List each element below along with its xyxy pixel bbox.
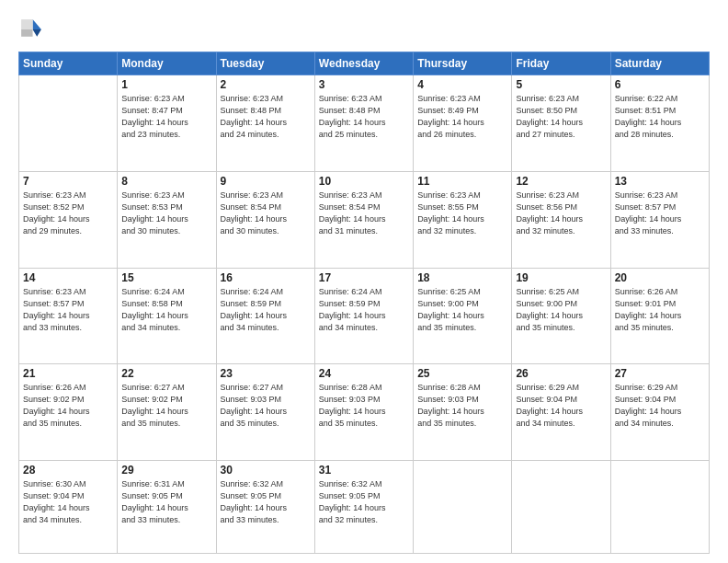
svg-marker-1	[33, 29, 41, 37]
day-info: Sunrise: 6:22 AM Sunset: 8:51 PM Dayligh…	[615, 93, 705, 141]
week-row-1: 1Sunrise: 6:23 AM Sunset: 8:47 PM Daylig…	[19, 75, 710, 172]
day-cell	[610, 461, 709, 554]
day-info: Sunrise: 6:23 AM Sunset: 8:47 PM Dayligh…	[121, 93, 211, 141]
day-cell	[414, 461, 512, 554]
day-cell: 28Sunrise: 6:30 AM Sunset: 9:04 PM Dayli…	[19, 461, 118, 554]
day-info: Sunrise: 6:23 AM Sunset: 8:48 PM Dayligh…	[319, 93, 409, 141]
day-cell: 19Sunrise: 6:25 AM Sunset: 9:00 PM Dayli…	[512, 268, 610, 364]
day-cell	[19, 75, 118, 172]
day-number: 6	[615, 78, 705, 91]
day-cell: 14Sunrise: 6:23 AM Sunset: 8:57 PM Dayli…	[19, 268, 118, 364]
day-number: 14	[23, 271, 113, 284]
day-info: Sunrise: 6:23 AM Sunset: 8:57 PM Dayligh…	[23, 286, 113, 334]
day-number: 26	[516, 367, 606, 380]
day-cell: 26Sunrise: 6:29 AM Sunset: 9:04 PM Dayli…	[512, 364, 610, 461]
day-number: 12	[516, 175, 606, 188]
day-cell: 22Sunrise: 6:27 AM Sunset: 9:02 PM Dayli…	[118, 364, 216, 461]
day-cell: 16Sunrise: 6:24 AM Sunset: 8:59 PM Dayli…	[216, 268, 314, 364]
day-info: Sunrise: 6:32 AM Sunset: 9:05 PM Dayligh…	[221, 478, 311, 526]
day-info: Sunrise: 6:28 AM Sunset: 9:03 PM Dayligh…	[417, 382, 507, 430]
day-cell: 21Sunrise: 6:26 AM Sunset: 9:02 PM Dayli…	[19, 364, 118, 461]
svg-rect-2	[21, 19, 32, 29]
day-number: 30	[221, 464, 311, 477]
day-cell: 17Sunrise: 6:24 AM Sunset: 8:59 PM Dayli…	[314, 268, 413, 364]
day-cell: 2Sunrise: 6:23 AM Sunset: 8:48 PM Daylig…	[216, 75, 314, 172]
day-cell: 24Sunrise: 6:28 AM Sunset: 9:03 PM Dayli…	[314, 364, 413, 461]
weekday-header-row: SundayMondayTuesdayWednesdayThursdayFrid…	[19, 52, 710, 75]
day-cell: 11Sunrise: 6:23 AM Sunset: 8:55 PM Dayli…	[414, 171, 512, 268]
week-row-3: 14Sunrise: 6:23 AM Sunset: 8:57 PM Dayli…	[19, 268, 710, 364]
day-number: 29	[121, 464, 211, 477]
day-info: Sunrise: 6:23 AM Sunset: 8:54 PM Dayligh…	[221, 190, 311, 237]
day-cell: 15Sunrise: 6:24 AM Sunset: 8:58 PM Dayli…	[118, 268, 216, 364]
day-cell: 20Sunrise: 6:26 AM Sunset: 9:01 PM Dayli…	[610, 268, 709, 364]
day-info: Sunrise: 6:23 AM Sunset: 8:50 PM Dayligh…	[516, 93, 606, 141]
day-number: 10	[319, 175, 409, 188]
day-info: Sunrise: 6:24 AM Sunset: 8:58 PM Dayligh…	[121, 286, 211, 334]
day-info: Sunrise: 6:27 AM Sunset: 9:03 PM Dayligh…	[221, 382, 311, 430]
day-number: 11	[417, 175, 507, 188]
svg-rect-3	[21, 29, 32, 37]
day-info: Sunrise: 6:23 AM Sunset: 8:53 PM Dayligh…	[121, 190, 211, 237]
day-info: Sunrise: 6:29 AM Sunset: 9:04 PM Dayligh…	[615, 382, 705, 430]
weekday-header-sunday: Sunday	[19, 52, 118, 75]
day-number: 21	[23, 367, 113, 380]
day-number: 24	[319, 367, 409, 380]
day-cell: 13Sunrise: 6:23 AM Sunset: 8:57 PM Dayli…	[610, 171, 709, 268]
day-info: Sunrise: 6:23 AM Sunset: 8:49 PM Dayligh…	[417, 93, 507, 141]
day-info: Sunrise: 6:23 AM Sunset: 8:57 PM Dayligh…	[615, 190, 705, 237]
day-info: Sunrise: 6:31 AM Sunset: 9:05 PM Dayligh…	[121, 478, 211, 526]
calendar-table: SundayMondayTuesdayWednesdayThursdayFrid…	[18, 52, 710, 554]
day-number: 20	[615, 271, 705, 284]
day-cell: 23Sunrise: 6:27 AM Sunset: 9:03 PM Dayli…	[216, 364, 314, 461]
week-row-2: 7Sunrise: 6:23 AM Sunset: 8:52 PM Daylig…	[19, 171, 710, 268]
logo	[18, 17, 48, 42]
day-number: 18	[417, 271, 507, 284]
weekday-header-monday: Monday	[118, 52, 216, 75]
day-number: 2	[221, 78, 311, 91]
day-cell	[512, 461, 610, 554]
day-number: 15	[121, 271, 211, 284]
day-info: Sunrise: 6:23 AM Sunset: 8:54 PM Dayligh…	[319, 190, 409, 237]
day-info: Sunrise: 6:23 AM Sunset: 8:55 PM Dayligh…	[417, 190, 507, 237]
day-cell: 31Sunrise: 6:32 AM Sunset: 9:05 PM Dayli…	[314, 461, 413, 554]
day-cell: 12Sunrise: 6:23 AM Sunset: 8:56 PM Dayli…	[512, 171, 610, 268]
day-info: Sunrise: 6:25 AM Sunset: 9:00 PM Dayligh…	[417, 286, 507, 334]
weekday-header-friday: Friday	[512, 52, 610, 75]
day-number: 3	[319, 78, 409, 91]
day-number: 31	[319, 464, 409, 477]
day-info: Sunrise: 6:28 AM Sunset: 9:03 PM Dayligh…	[319, 382, 409, 430]
day-number: 17	[319, 271, 409, 284]
day-info: Sunrise: 6:24 AM Sunset: 8:59 PM Dayligh…	[221, 286, 311, 334]
day-info: Sunrise: 6:27 AM Sunset: 9:02 PM Dayligh…	[121, 382, 211, 430]
day-cell: 27Sunrise: 6:29 AM Sunset: 9:04 PM Dayli…	[610, 364, 709, 461]
day-cell: 8Sunrise: 6:23 AM Sunset: 8:53 PM Daylig…	[118, 171, 216, 268]
weekday-header-tuesday: Tuesday	[216, 52, 314, 75]
weekday-header-thursday: Thursday	[414, 52, 512, 75]
logo-icon	[18, 17, 44, 42]
day-cell: 30Sunrise: 6:32 AM Sunset: 9:05 PM Dayli…	[216, 461, 314, 554]
day-number: 28	[23, 464, 113, 477]
svg-marker-0	[33, 19, 41, 29]
day-number: 16	[221, 271, 311, 284]
day-cell: 9Sunrise: 6:23 AM Sunset: 8:54 PM Daylig…	[216, 171, 314, 268]
day-cell: 6Sunrise: 6:22 AM Sunset: 8:51 PM Daylig…	[610, 75, 709, 172]
day-info: Sunrise: 6:29 AM Sunset: 9:04 PM Dayligh…	[516, 382, 606, 430]
day-info: Sunrise: 6:32 AM Sunset: 9:05 PM Dayligh…	[319, 478, 409, 526]
day-cell: 7Sunrise: 6:23 AM Sunset: 8:52 PM Daylig…	[19, 171, 118, 268]
day-number: 13	[615, 175, 705, 188]
day-number: 23	[221, 367, 311, 380]
day-info: Sunrise: 6:25 AM Sunset: 9:00 PM Dayligh…	[516, 286, 606, 334]
weekday-header-saturday: Saturday	[610, 52, 709, 75]
day-number: 1	[121, 78, 211, 91]
day-number: 9	[221, 175, 311, 188]
day-cell: 25Sunrise: 6:28 AM Sunset: 9:03 PM Dayli…	[414, 364, 512, 461]
day-info: Sunrise: 6:23 AM Sunset: 8:52 PM Dayligh…	[23, 190, 113, 237]
day-number: 5	[516, 78, 606, 91]
day-info: Sunrise: 6:23 AM Sunset: 8:56 PM Dayligh…	[516, 190, 606, 237]
day-info: Sunrise: 6:26 AM Sunset: 9:01 PM Dayligh…	[615, 286, 705, 334]
day-info: Sunrise: 6:30 AM Sunset: 9:04 PM Dayligh…	[23, 478, 113, 526]
day-cell: 29Sunrise: 6:31 AM Sunset: 9:05 PM Dayli…	[118, 461, 216, 554]
day-number: 22	[121, 367, 211, 380]
week-row-5: 28Sunrise: 6:30 AM Sunset: 9:04 PM Dayli…	[19, 461, 710, 554]
